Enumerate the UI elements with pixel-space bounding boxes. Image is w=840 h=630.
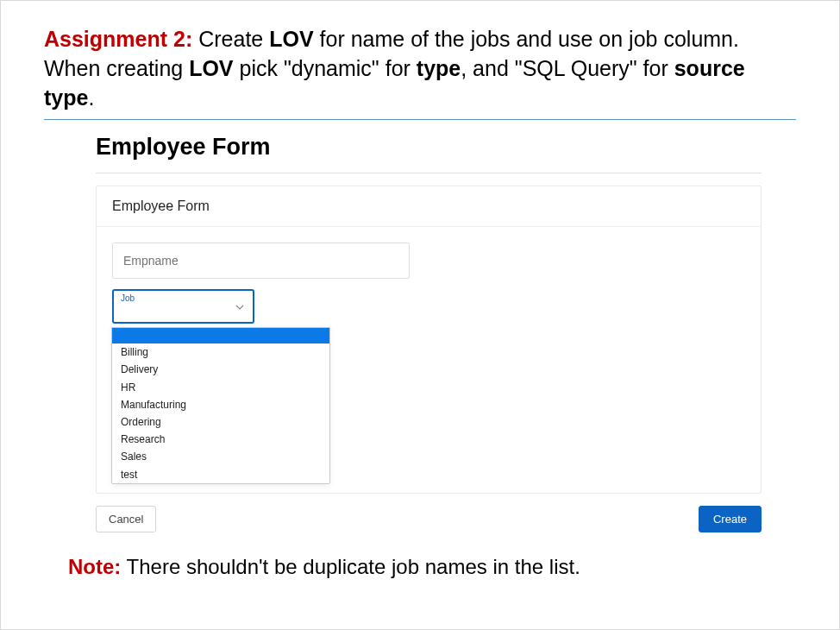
empname-field-wrap <box>112 243 410 279</box>
dropdown-option[interactable]: Billing <box>112 343 329 361</box>
card-body: Job Billing Delivery HR Manufacturing Or… <box>97 227 761 493</box>
dropdown-option[interactable]: test <box>112 466 329 483</box>
empname-input[interactable] <box>112 243 410 279</box>
dropdown-option[interactable]: Delivery <box>112 361 329 378</box>
assignment-text-1: Create <box>192 27 269 51</box>
divider <box>44 119 796 120</box>
cancel-button[interactable]: Cancel <box>96 506 156 532</box>
page-container: Assignment 2: Create LOV for name of the… <box>0 0 840 630</box>
form-title: Employee Form <box>96 134 762 161</box>
create-button[interactable]: Create <box>699 506 762 532</box>
job-field-wrap: Job Billing Delivery HR Manufacturing Or… <box>112 289 410 484</box>
assignment-bold-1: LOV <box>269 27 313 51</box>
dropdown-option[interactable]: HR <box>112 379 329 396</box>
assignment-label: Assignment 2: <box>44 27 192 51</box>
note-line: Note: There shouldn't be duplicate job n… <box>44 555 796 579</box>
form-area: Employee Form Employee Form Job <box>44 134 796 532</box>
assignment-bold-3: type <box>417 56 461 80</box>
dropdown-option[interactable]: Ordering <box>112 413 329 431</box>
dropdown-option[interactable]: Research <box>112 431 329 448</box>
job-select[interactable]: Job <box>112 289 254 324</box>
assignment-text-5: . <box>88 85 94 110</box>
assignment-text-3: pick "dynamic" for <box>234 56 417 80</box>
job-select-label: Job <box>121 293 135 303</box>
assignment-instruction: Assignment 2: Create LOV for name of the… <box>44 25 796 112</box>
note-label: Note: <box>68 555 121 578</box>
thin-divider <box>96 173 762 173</box>
card-header: Employee Form <box>97 186 761 227</box>
assignment-text-4: , and "SQL Query" for <box>461 56 674 80</box>
dropdown-option[interactable]: Manufacturing <box>112 396 329 413</box>
actions-row: Cancel Create <box>96 506 762 532</box>
dropdown-option[interactable] <box>112 328 329 343</box>
dropdown-option[interactable]: Sales <box>112 448 329 465</box>
note-text: There shouldn't be duplicate job names i… <box>121 555 580 578</box>
form-card: Employee Form Job Billing De <box>96 186 762 494</box>
job-dropdown: Billing Delivery HR Manufacturing Orderi… <box>111 327 330 484</box>
chevron-down-icon <box>235 300 244 312</box>
assignment-bold-2: LOV <box>189 56 233 80</box>
